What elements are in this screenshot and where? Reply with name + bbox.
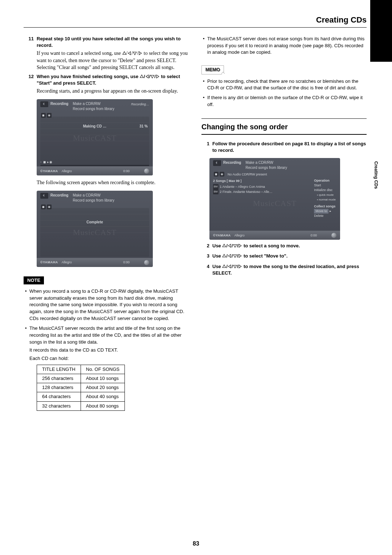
note-bullets: When you record a song to a CD-R or CD-R… <box>24 288 189 346</box>
note-tail: Each CD can hold: <box>25 355 189 362</box>
ss-list-header: 2 Songs [ Max 99 ] <box>213 178 273 183</box>
back-icon <box>213 160 221 166</box>
step-number: 2 <box>201 243 212 249</box>
knob-icon <box>144 260 149 265</box>
ss-footer-track: Allegro <box>62 260 72 265</box>
memo-label: MEMO <box>201 65 224 74</box>
arrow-icons: /// <box>222 253 242 259</box>
note-bullet: The MusicCAST server records the artist … <box>25 325 189 346</box>
top-right-bullet: The MusicCAST server does not erase song… <box>203 36 367 56</box>
ss-crumb: Recording <box>50 101 68 106</box>
ss-crumb: Recording <box>50 193 68 198</box>
step-number: 1 <box>201 141 212 154</box>
memo-bullets: Prior to recording, check that there are… <box>201 78 367 108</box>
cd-capacity-table: TITLE LENGTH No. OF SONGS 256 characters… <box>37 365 125 411</box>
ss-status-text: Making CD … <box>37 124 153 129</box>
t1: If you want to cancel a selected song, u… <box>37 50 122 56</box>
left-column: 11 Repeat step 10 until you have selecte… <box>24 36 189 411</box>
side-tab: Creating CDs <box>370 174 392 283</box>
th-no-songs: No. OF SONGS <box>81 365 124 374</box>
ss-footer-track: Allegro <box>62 169 72 174</box>
step-11: 11 Repeat step 10 until you have selecte… <box>24 36 189 71</box>
two-columns: 11 Repeat step 10 until you have selecte… <box>24 36 367 411</box>
ops2-highlight: Move to <box>314 209 328 214</box>
step-2: 2 Use /// to select a song to move. <box>201 243 367 249</box>
list-item: 2 Finale. Andante Maestoso – Alle… <box>220 189 273 194</box>
step-3: 3 Use /// to select "Move to". <box>201 253 367 259</box>
ops2-item: Delete <box>314 214 336 218</box>
ss-footer-time: 0:00 <box>123 260 130 265</box>
ss-title: Make a CDR/RW <box>73 193 114 198</box>
step-12-text: Recording starts, and a progress bar app… <box>37 88 189 95</box>
step-12-heading: When you have finished selecting songs, … <box>37 73 189 86</box>
ss-title: Make a CDR/RW <box>245 160 287 165</box>
memo-bullet: Prior to recording, check that there are… <box>203 78 367 92</box>
table-row: 32 charactersAbout 80 songs <box>37 401 125 410</box>
note-tail: It records this data to the CD as CD TEX… <box>25 347 189 353</box>
page-title: Creating CDs <box>24 15 367 26</box>
ss-progress-pct: 31 % <box>139 124 148 129</box>
header-rule <box>24 27 367 28</box>
arrow-icons: /// <box>222 264 242 269</box>
ss-subtitle: Record songs from library <box>73 106 114 112</box>
page-number: 83 <box>0 540 392 548</box>
step-number: 11 <box>24 36 37 71</box>
bm-badge: BM <box>213 189 219 194</box>
steps-right: 1 Follow the procedure described on page… <box>201 141 367 276</box>
ss-brand: MusicCAST <box>37 227 153 238</box>
screenshot-complete: Recording Make a CDR/RW Record songs fro… <box>37 191 153 267</box>
ops-header: Operation <box>314 178 336 183</box>
table-row: 64 charactersAbout 40 songs <box>37 392 125 401</box>
top-black-tab <box>370 0 392 62</box>
arrow-icons: /// <box>140 74 161 79</box>
knob-icon <box>144 169 149 174</box>
ss-footer-track: Allegro <box>234 233 245 238</box>
ss-title: Make a CDR/RW <box>73 101 114 106</box>
ss-chip: ◼ <box>214 172 219 177</box>
note-label: NOTE <box>24 276 44 284</box>
step-1: 1 Follow the procedure described on page… <box>201 141 367 154</box>
ss-footer-brand: ©YAMAHA <box>40 260 58 265</box>
step-11-heading: Repeat step 10 until you have selected a… <box>37 36 189 49</box>
ss-chip: ◉ <box>220 172 224 177</box>
side-tab-label: Creating CDs <box>373 161 379 189</box>
step-4: 4 Use /// to move the song to the desire… <box>201 263 367 276</box>
arrow-icons: /// <box>222 243 242 248</box>
step-body: Repeat step 10 until you have selected a… <box>37 36 189 71</box>
top-right-bullets: The MusicCAST server does not erase song… <box>201 36 367 56</box>
table-row: 128 charactersAbout 20 songs <box>37 383 125 392</box>
ss-sub2: No Audio CDR/RW present <box>228 172 267 177</box>
ss-footer-time: 0:00 <box>123 169 130 174</box>
ss-footer-brand: ©YAMAHA <box>40 169 58 174</box>
step-11-text: If you want to cancel a selected song, u… <box>37 50 189 71</box>
screenshot-song-order: Recording Make a CDR/RW Record songs fro… <box>209 158 340 240</box>
ops-item: Initialize disc <box>314 188 336 193</box>
ss-rec-indicator: Recording… <box>131 102 149 107</box>
step-2-text: Use /// to select a song to move. <box>212 243 367 249</box>
back-icon <box>40 193 48 199</box>
section-heading: Changing the song order <box>201 118 367 135</box>
ss-subtitle: Record songs from library <box>245 165 287 170</box>
manual-page: Creating CDs Creating CDs 11 Repeat step… <box>0 0 392 555</box>
ops-arrow-icon: ▸ <box>330 209 331 213</box>
step-1-text: Follow the procedure described on page 8… <box>212 141 367 154</box>
ss-song-list: 2 Songs [ Max 99 ] BM1 Andante – Allegro… <box>213 178 273 194</box>
b1: When you have finished selecting songs, … <box>37 74 140 79</box>
caption-complete: The following screen appears when record… <box>37 179 189 186</box>
ss-status-text: Complete <box>37 220 153 225</box>
note-bullet: When you record a song to a CD-R or CD-R… <box>25 288 189 322</box>
step-3-text: Use /// to select "Move to". <box>212 253 367 259</box>
step-body: When you have finished selecting songs, … <box>37 73 189 95</box>
step-number: 4 <box>201 263 212 276</box>
ss-footer-brand: ©YAMAHA <box>213 233 231 238</box>
ss-transport-icons: ◦ ◼ ▸◉ <box>40 160 53 165</box>
step-4-text: Use /// to move the song to the desired … <box>212 263 367 276</box>
back-icon <box>40 101 48 107</box>
ops-sub: • quick mode <box>314 193 336 197</box>
memo-bullet: If there is any dirt or blemish on the s… <box>203 94 367 108</box>
bm-badge: BM <box>213 184 219 189</box>
arrow-icons: /// <box>122 50 144 56</box>
step-12: 12 When you have finished selecting song… <box>24 73 189 95</box>
ss-crumb: Recording <box>223 160 241 165</box>
table-header-row: TITLE LENGTH No. OF SONGS <box>37 365 125 374</box>
